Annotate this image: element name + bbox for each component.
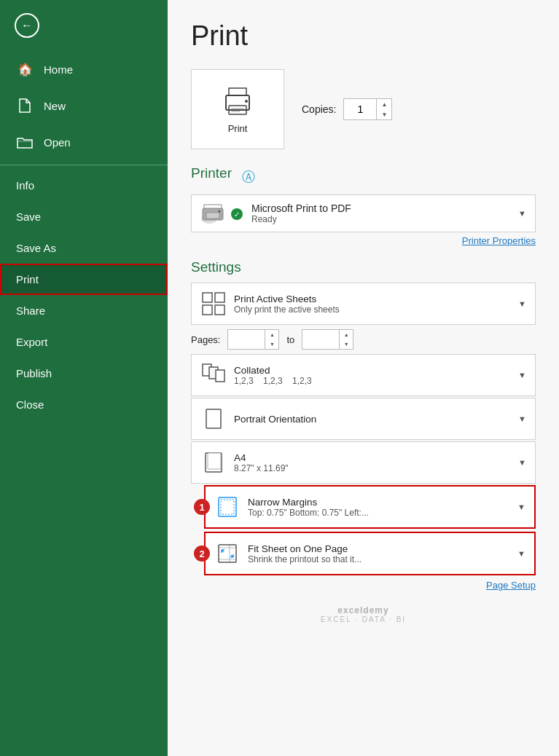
print-what-icon — [200, 291, 227, 317]
fit-page-title: Fit Sheet on One Page — [248, 543, 510, 554]
sidebar-item-save-as[interactable]: Save As — [0, 232, 168, 264]
pages-row: Pages: ▲ ▼ to ▲ ▼ — [191, 329, 536, 350]
setting-orientation[interactable]: Portrait Orientation ▼ — [191, 398, 536, 440]
copies-area: Copies: ▲ ▼ — [302, 98, 392, 120]
sidebar-item-new-label: New — [44, 100, 66, 112]
setting-orientation-text: Portrait Orientation — [234, 414, 511, 425]
print-top-area: Print Copies: ▲ ▼ — [191, 69, 536, 149]
new-doc-icon — [16, 97, 34, 114]
svg-rect-9 — [203, 293, 212, 302]
paper-size-title: A4 — [234, 452, 511, 463]
copies-label: Copies: — [302, 103, 336, 115]
fit-page-icon — [214, 540, 241, 567]
margins-wrapper: 1 Narrow Margins Top: 0.75" Bottom: 0.75… — [204, 485, 536, 529]
paper-size-icon — [200, 449, 227, 476]
print-button-label: Print — [228, 123, 248, 134]
sidebar-item-publish[interactable]: Publish — [0, 358, 168, 389]
setting-fit-page[interactable]: Fit Sheet on One Page Shrink the printou… — [204, 532, 536, 575]
setting-margins[interactable]: Narrow Margins Top: 0.75" Bottom: 0.75" … — [204, 485, 536, 529]
pages-to-arrows: ▲ ▼ — [339, 330, 353, 349]
copies-arrows: ▲ ▼ — [376, 99, 391, 119]
printer-icon-area: ✓ — [200, 202, 243, 224]
svg-rect-20 — [221, 500, 234, 514]
svg-rect-7 — [206, 213, 219, 218]
print-what-title: Print Active Sheets — [234, 294, 511, 304]
setting-paper-size-text: A4 8.27" x 11.69" — [234, 452, 511, 473]
copies-spinner[interactable]: ▲ ▼ — [343, 98, 392, 120]
svg-rect-3 — [231, 108, 244, 109]
page-title: Print — [191, 20, 536, 52]
orientation-icon — [200, 406, 227, 432]
print-what-arrow: ▼ — [518, 299, 526, 308]
sidebar-item-new[interactable]: New — [0, 87, 168, 124]
setting-paper-size[interactable]: A4 8.27" x 11.69" ▼ — [191, 441, 536, 484]
copies-down-arrow[interactable]: ▼ — [377, 109, 391, 119]
sidebar-item-print[interactable]: Print — [0, 264, 168, 295]
sidebar-item-open-label: Open — [44, 136, 71, 149]
copies-input[interactable] — [344, 99, 376, 119]
sidebar-divider — [0, 165, 168, 165]
collated-icon — [200, 362, 227, 388]
svg-rect-16 — [206, 409, 221, 428]
sidebar-item-home[interactable]: 🏠 Home — [0, 51, 168, 87]
margins-icon — [214, 494, 241, 520]
sidebar-item-info[interactable]: Info — [0, 170, 168, 201]
pages-to-label: to — [286, 334, 294, 345]
open-folder-icon — [16, 133, 34, 151]
badge-2: 2 — [194, 546, 210, 562]
pages-from-up[interactable]: ▲ — [265, 330, 278, 339]
printer-section-heading: Printer — [191, 165, 232, 181]
setting-fit-page-text: Fit Sheet on One Page Shrink the printou… — [248, 543, 510, 564]
pages-to-down[interactable]: ▼ — [340, 339, 353, 349]
pages-from-down[interactable]: ▼ — [265, 339, 278, 349]
back-button[interactable]: ← — [0, 0, 168, 51]
setting-print-what-text: Print Active Sheets Only print the activ… — [234, 294, 511, 315]
svg-rect-18 — [208, 453, 221, 469]
paper-size-subtitle: 8.27" x 11.69" — [234, 463, 511, 473]
back-arrow-icon: ← — [21, 19, 33, 32]
watermark: exceldemy EXCEL · DATA · BI — [191, 605, 536, 623]
svg-point-8 — [219, 210, 221, 213]
fit-page-arrow: ▼ — [517, 549, 525, 558]
sidebar-item-share[interactable]: Share — [0, 295, 168, 326]
print-button[interactable]: Print — [191, 69, 284, 149]
sidebar-item-home-label: Home — [44, 63, 73, 76]
printer-icon — [220, 85, 255, 117]
printer-info: Microsoft Print to PDF Ready — [251, 202, 509, 224]
pages-from-input[interactable] — [228, 330, 265, 349]
sidebar-item-close[interactable]: Close — [0, 389, 168, 420]
collated-arrow: ▼ — [518, 371, 526, 379]
badge-1: 1 — [194, 499, 210, 515]
printer-dropdown-arrow: ▼ — [518, 209, 526, 218]
pages-to-spinner[interactable]: ▲ ▼ — [302, 329, 353, 350]
print-what-subtitle: Only print the active sheets — [234, 304, 511, 315]
pages-from-arrows: ▲ ▼ — [265, 330, 278, 349]
pages-to-up[interactable]: ▲ — [340, 330, 353, 339]
pages-from-spinner[interactable]: ▲ ▼ — [227, 329, 279, 350]
setting-collated-text: Collated 1,2,3 1,2,3 1,2,3 — [234, 365, 511, 386]
setting-print-what[interactable]: Print Active Sheets Only print the activ… — [191, 283, 536, 325]
setting-margins-text: Narrow Margins Top: 0.75" Bottom: 0.75" … — [248, 497, 510, 518]
copies-up-arrow[interactable]: ▲ — [377, 99, 391, 109]
svg-rect-11 — [203, 305, 212, 315]
collated-subtitle: 1,2,3 1,2,3 1,2,3 — [234, 376, 511, 386]
pages-to-input[interactable] — [302, 330, 339, 349]
sidebar: ← 🏠 Home New — [0, 0, 168, 756]
printer-properties-link[interactable]: Printer Properties — [191, 235, 536, 246]
svg-rect-15 — [216, 370, 224, 382]
sidebar-item-export[interactable]: Export — [0, 326, 168, 358]
printer-ready-icon: ✓ — [231, 208, 243, 220]
printer-name: Microsoft Print to PDF — [251, 202, 509, 214]
sidebar-item-open[interactable]: Open — [0, 124, 168, 160]
page-setup-link[interactable]: Page Setup — [191, 580, 536, 591]
margins-title: Narrow Margins — [248, 497, 510, 508]
info-icon[interactable]: Ⓐ — [242, 168, 255, 186]
sidebar-item-save[interactable]: Save — [0, 201, 168, 232]
printer-status: Ready — [251, 214, 509, 224]
fit-page-wrapper: 2 Fit Sheet on One Page Shrink th — [204, 532, 536, 575]
orientation-title: Portrait Orientation — [234, 414, 511, 425]
printer-dropdown[interactable]: ✓ Microsoft Print to PDF Ready ▼ — [191, 194, 536, 232]
svg-rect-10 — [215, 293, 224, 302]
setting-collated[interactable]: Collated 1,2,3 1,2,3 1,2,3 ▼ — [191, 354, 536, 396]
main-content: Print Print Copies: — [168, 0, 559, 756]
